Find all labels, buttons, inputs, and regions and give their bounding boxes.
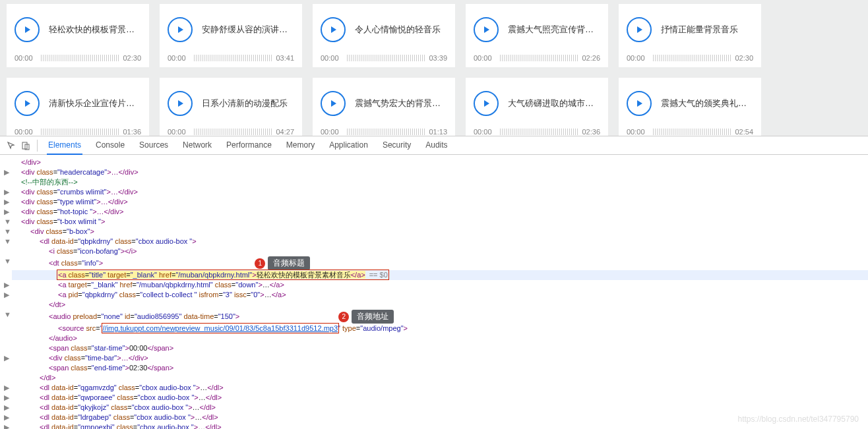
- audio-title: 安静舒缓从容的演讲背...: [202, 24, 294, 36]
- dom-node[interactable]: ▶<dl data-id="qwporaee" class="cbox audi…: [12, 393, 868, 403]
- play-button[interactable]: [321, 17, 346, 42]
- audio-card[interactable]: 清新快乐企业宣传片配乐00:0001:36: [7, 78, 149, 136]
- tab-audits[interactable]: Audits: [424, 136, 449, 155]
- time-end: 02:30: [123, 54, 141, 62]
- devtools-panel: ElementsConsoleSourcesNetworkPerformance…: [0, 136, 868, 429]
- device-toggle-icon[interactable]: [18, 138, 33, 153]
- dom-node[interactable]: ▶<dl data-id="ldrgabep" class="cbox audi…: [12, 413, 868, 422]
- dom-node[interactable]: ▶<a pid="qbpkdrny" class="collect b-coll…: [12, 290, 868, 300]
- waveform: [194, 129, 272, 135]
- dom-node[interactable]: <!--中部的东西-->: [12, 177, 868, 187]
- tab-network[interactable]: Network: [181, 136, 213, 155]
- audio-title: 震撼大气照亮宣传背景...: [508, 24, 600, 36]
- audio-cards-area: 轻松欢快的模板背景素...00:0002:30安静舒缓从容的演讲背...00:0…: [0, 0, 868, 136]
- separator: [37, 140, 38, 152]
- time-start: 00:00: [321, 54, 343, 62]
- dom-node[interactable]: ▶<div class="type wlimit">…</div>: [12, 197, 868, 207]
- dom-node[interactable]: </dl>: [12, 373, 868, 383]
- dom-node[interactable]: ▶<div class="time-bar">…</div>: [12, 353, 868, 363]
- dom-node[interactable]: <a class="title" target="_blank" href="/…: [12, 270, 868, 280]
- waveform: [653, 129, 731, 135]
- tab-performance[interactable]: Performance: [225, 136, 273, 155]
- dom-node[interactable]: <span class="star-time">00:00</span>: [12, 343, 868, 353]
- tab-memory[interactable]: Memory: [285, 136, 316, 155]
- dom-node[interactable]: ▶<div class="headercatage">…</div>: [12, 167, 868, 177]
- annotation-badge-1: 1: [255, 258, 265, 269]
- waveform: [347, 129, 425, 135]
- inspect-icon[interactable]: [4, 138, 18, 153]
- dom-node[interactable]: <source src="//img.tukuppt.com/newprevie…: [12, 324, 868, 333]
- waveform: [500, 55, 578, 61]
- time-end: 02:36: [582, 128, 600, 136]
- play-button[interactable]: [627, 91, 652, 116]
- audio-card[interactable]: 日系小清新的动漫配乐00:0004:27: [160, 78, 302, 136]
- audio-card[interactable]: 震撼气势宏大的背景音乐00:0001:13: [313, 78, 455, 136]
- play-button[interactable]: [474, 17, 499, 42]
- dom-node[interactable]: ▼<dl data-id="qbpkdrny" class="cbox audi…: [12, 237, 868, 246]
- time-end: 04:27: [276, 128, 294, 136]
- dom-node[interactable]: ▼<div class="b-box">: [12, 227, 868, 237]
- dom-node[interactable]: </audio>: [12, 333, 868, 343]
- waveform: [41, 55, 119, 61]
- dom-node[interactable]: ▼<div class="t-box wlimit ">: [12, 217, 868, 227]
- time-start: 00:00: [15, 128, 37, 136]
- time-end: 01:13: [429, 128, 447, 136]
- tab-application[interactable]: Application: [328, 136, 369, 155]
- dom-node[interactable]: </dt>: [12, 300, 868, 310]
- audio-title: 震撼气势宏大的背景音乐: [355, 98, 447, 109]
- tab-security[interactable]: Security: [381, 136, 412, 155]
- audio-card[interactable]: 大气磅礴进取的城市宣...00:0002:36: [466, 78, 608, 136]
- audio-card[interactable]: 安静舒缓从容的演讲背...00:0003:41: [160, 4, 302, 67]
- dom-node[interactable]: ▼<dt class="info">1音频标题: [12, 256, 868, 270]
- dom-node[interactable]: ▶<a target="_blank" href="/muban/qbpkdrn…: [12, 280, 868, 290]
- elements-tree[interactable]: </div>▶<div class="headercatage">…</div>…: [0, 155, 868, 429]
- time-end: 01:36: [123, 128, 141, 136]
- time-start: 00:00: [627, 54, 649, 62]
- audio-card[interactable]: 震撼大气照亮宣传背景...00:0002:26: [466, 4, 608, 67]
- dom-node[interactable]: ▼<audio preload="none" id="audio856995" …: [12, 310, 868, 324]
- dom-node[interactable]: ▶<div class="crumbs wlimit">…</div>: [12, 187, 868, 197]
- tab-sources[interactable]: Sources: [138, 136, 170, 155]
- time-end: 02:54: [735, 128, 753, 136]
- play-button[interactable]: [15, 17, 40, 42]
- play-button[interactable]: [627, 17, 652, 42]
- waveform: [500, 129, 578, 135]
- play-button[interactable]: [168, 17, 193, 42]
- waveform: [41, 129, 119, 135]
- time-start: 00:00: [168, 54, 190, 62]
- tab-console[interactable]: Console: [94, 136, 126, 155]
- devtools-toolbar: ElementsConsoleSourcesNetworkPerformance…: [0, 136, 868, 155]
- time-end: 03:41: [276, 54, 294, 62]
- dom-node[interactable]: ▶<dl data-id="qmnoexbj" class="cbox audi…: [12, 422, 868, 429]
- dom-node[interactable]: </div>: [12, 157, 868, 167]
- waveform: [653, 55, 731, 61]
- audio-title: 震撼大气的颁奖典礼背...: [661, 98, 753, 109]
- audio-title: 清新快乐企业宣传片配乐: [49, 98, 141, 109]
- play-button[interactable]: [474, 91, 499, 116]
- time-start: 00:00: [474, 128, 496, 136]
- dom-node[interactable]: <i class="icon-bofang"></i>: [12, 246, 868, 256]
- dom-node[interactable]: ▶<dl data-id="qgamvzdg" class="cbox audi…: [12, 383, 868, 393]
- dom-node[interactable]: <span class="end-time">02:30</span>: [12, 363, 868, 373]
- tab-elements[interactable]: Elements: [47, 136, 82, 155]
- dom-node[interactable]: ▶<dl data-id="qkyjkojz" class="cbox audi…: [12, 403, 868, 413]
- annotation-badge-2: 2: [338, 312, 349, 322]
- audio-title: 大气磅礴进取的城市宣...: [508, 98, 600, 109]
- audio-title: 轻松欢快的模板背景素...: [49, 24, 141, 36]
- audio-card[interactable]: 令人心情愉悦的轻音乐00:0003:39: [313, 4, 455, 67]
- audio-title: 令人心情愉悦的轻音乐: [355, 24, 441, 36]
- waveform: [194, 55, 272, 61]
- play-button[interactable]: [168, 91, 193, 116]
- time-start: 00:00: [168, 128, 190, 136]
- audio-card[interactable]: 震撼大气的颁奖典礼背...00:0002:54: [619, 78, 761, 136]
- audio-card[interactable]: 抒情正能量背景音乐00:0002:30: [619, 4, 761, 67]
- waveform: [347, 55, 425, 61]
- play-button[interactable]: [15, 91, 40, 116]
- cards-row-1: 轻松欢快的模板背景素...00:0002:30安静舒缓从容的演讲背...00:0…: [7, 4, 861, 67]
- play-button[interactable]: [321, 91, 346, 116]
- time-start: 00:00: [321, 128, 343, 136]
- time-end: 03:39: [429, 54, 447, 62]
- audio-card[interactable]: 轻松欢快的模板背景素...00:0002:30: [7, 4, 149, 67]
- dom-node[interactable]: ▶<div class="hot-topic ">…</div>: [12, 207, 868, 217]
- annotation-label-1: 音频标题: [268, 256, 310, 270]
